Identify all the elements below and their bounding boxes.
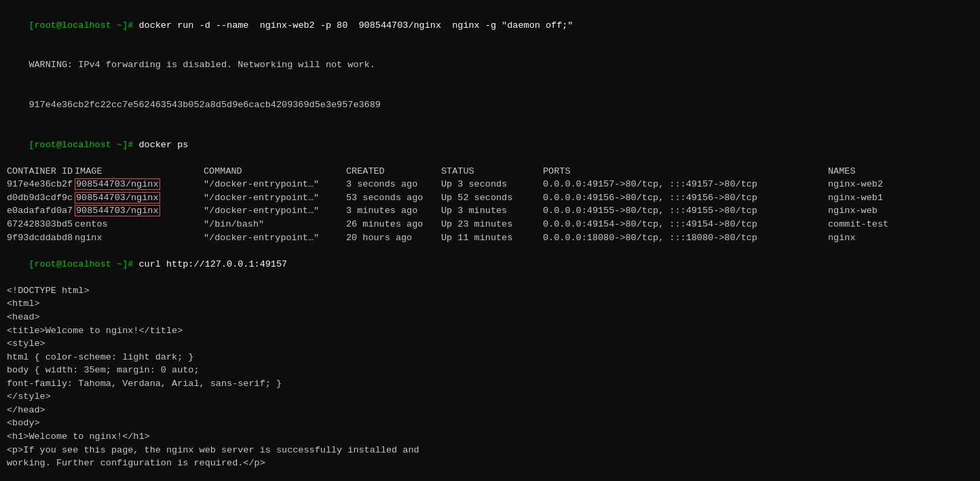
cell-image-3: 908544703/nginx xyxy=(75,204,204,218)
html-output-4: <title>Welcome to nginx!</title> xyxy=(7,324,973,338)
html-output-14: working. Further configuration is requir… xyxy=(7,457,973,470)
html-output-3: <head> xyxy=(7,311,973,324)
image-highlight-1: 908544703/nginx xyxy=(75,178,160,190)
cell-cmd-4: "/bin/bash" xyxy=(204,218,346,231)
cell-created-4: 26 minutes ago xyxy=(346,218,441,231)
html-output-6: html { color-scheme: light dark; } xyxy=(7,351,973,364)
warning-text: WARNING: IPv4 forwarding is disabled. Ne… xyxy=(29,60,375,70)
cell-status-1: Up 3 seconds xyxy=(441,178,543,191)
image-highlight-2: 908544703/nginx xyxy=(75,192,160,204)
cell-image-1: 908544703/nginx xyxy=(75,178,204,191)
warning-line: WARNING: IPv4 forwarding is disabled. Ne… xyxy=(7,45,973,85)
cell-id-1: 917e4e36cb2f xyxy=(7,178,75,191)
cmd1-line: [root@localhost ~]# docker run -d --name… xyxy=(7,5,973,45)
cell-created-2: 53 seconds ago xyxy=(346,191,441,205)
col-header-command: COMMAND xyxy=(204,165,346,178)
html-output-8: font-family: Tahoma, Verdana, Arial, san… xyxy=(7,377,973,391)
cell-names-5: nginx xyxy=(828,231,973,245)
prompt2: [root@localhost ~]# xyxy=(29,140,138,150)
col-header-ports: PORTS xyxy=(543,165,828,178)
html-output-10: </head> xyxy=(7,404,973,417)
cmd1-text: docker run -d --name nginx-web2 -p 80 90… xyxy=(138,20,573,31)
col-header-created: CREATED xyxy=(346,165,441,178)
col-header-status: STATUS xyxy=(441,165,543,178)
cell-image-5: nginx xyxy=(75,231,204,245)
html-output-9: </style> xyxy=(7,390,973,404)
cell-image-2: 908544703/nginx xyxy=(75,191,204,205)
cell-names-2: nginx-web1 xyxy=(828,191,973,205)
cell-id-4: 672428303bd5 xyxy=(7,218,75,231)
table-row: e0adafafd0a7 908544703/nginx "/docker-en… xyxy=(7,204,973,218)
cell-names-1: nginx-web2 xyxy=(828,178,973,191)
hash-text: 917e4e36cb2fc22cc7e562463543b052a8d5d9e6… xyxy=(29,100,380,110)
cell-cmd-5: "/docker-entrypoint…" xyxy=(204,231,346,245)
cmd3-line: [root@localhost ~]# curl http://127.0.0.… xyxy=(7,244,973,284)
cell-id-3: e0adafafd0a7 xyxy=(7,204,75,218)
cell-ports-1: 0.0.0.0:49157->80/tcp, :::49157->80/tcp xyxy=(543,178,828,191)
col-header-names: NAMES xyxy=(828,165,973,178)
col-header-id: CONTAINER ID xyxy=(7,165,75,178)
html-output-15 xyxy=(7,470,973,481)
table-row: 672428303bd5 centos "/bin/bash" 26 minut… xyxy=(7,218,973,231)
cell-status-4: Up 23 minutes xyxy=(441,218,543,231)
cell-status-2: Up 52 seconds xyxy=(441,191,543,205)
cell-status-3: Up 3 minutes xyxy=(441,204,543,218)
cell-ports-5: 0.0.0.0:18080->80/tcp, :::18080->80/tcp xyxy=(543,231,828,245)
html-output-2: <html> xyxy=(7,297,973,311)
cell-cmd-2: "/docker-entrypoint…" xyxy=(204,191,346,205)
cell-id-2: d0db9d3cdf9c xyxy=(7,191,75,205)
cell-ports-3: 0.0.0.0:49155->80/tcp, :::49155->80/tcp xyxy=(543,204,828,218)
html-output-13: <p>If you see this page, the nginx web s… xyxy=(7,444,973,457)
col-header-image: IMAGE xyxy=(75,165,204,178)
table-header: CONTAINER ID IMAGE COMMAND CREATED STATU… xyxy=(7,165,973,178)
cell-ports-2: 0.0.0.0:49156->80/tcp, :::49156->80/tcp xyxy=(543,191,828,205)
html-output-1: <!DOCTYPE html> xyxy=(7,284,973,298)
table-row: 917e4e36cb2f 908544703/nginx "/docker-en… xyxy=(7,178,973,191)
cell-id-5: 9f93dcddabd8 xyxy=(7,231,75,245)
cell-created-3: 3 minutes ago xyxy=(346,204,441,218)
table-row: d0db9d3cdf9c 908544703/nginx "/docker-en… xyxy=(7,191,973,205)
cell-cmd-1: "/docker-entrypoint…" xyxy=(204,178,346,191)
cmd2-line: [root@localhost ~]# docker ps xyxy=(7,125,973,165)
prompt3: [root@localhost ~]# xyxy=(29,259,138,269)
cell-names-4: commit-test xyxy=(828,218,973,231)
cmd3-text: curl http://127.0.0.1:49157 xyxy=(138,259,287,269)
cell-status-5: Up 11 minutes xyxy=(441,231,543,245)
table-row: 9f93dcddabd8 nginx "/docker-entrypoint…"… xyxy=(7,231,973,245)
cmd2-text: docker ps xyxy=(138,140,188,150)
cell-created-1: 3 seconds ago xyxy=(346,178,441,191)
html-output-7: body { width: 35em; margin: 0 auto; xyxy=(7,364,973,377)
cell-image-4: centos xyxy=(75,218,204,231)
cell-cmd-3: "/docker-entrypoint…" xyxy=(204,204,346,218)
prompt1: [root@localhost ~]# xyxy=(29,20,138,31)
html-output-11: <body> xyxy=(7,417,973,430)
terminal: [root@localhost ~]# docker run -d --name… xyxy=(7,5,973,481)
hash-line: 917e4e36cb2fc22cc7e562463543b052a8d5d9e6… xyxy=(7,85,973,125)
html-output-12: <h1>Welcome to nginx!</h1> xyxy=(7,430,973,444)
cell-names-3: nginx-web xyxy=(828,204,973,218)
cell-created-5: 20 hours ago xyxy=(346,231,441,245)
html-output-5: <style> xyxy=(7,337,973,351)
cell-ports-4: 0.0.0.0:49154->80/tcp, :::49154->80/tcp xyxy=(543,218,828,231)
image-highlight-3: 908544703/nginx xyxy=(75,205,160,216)
